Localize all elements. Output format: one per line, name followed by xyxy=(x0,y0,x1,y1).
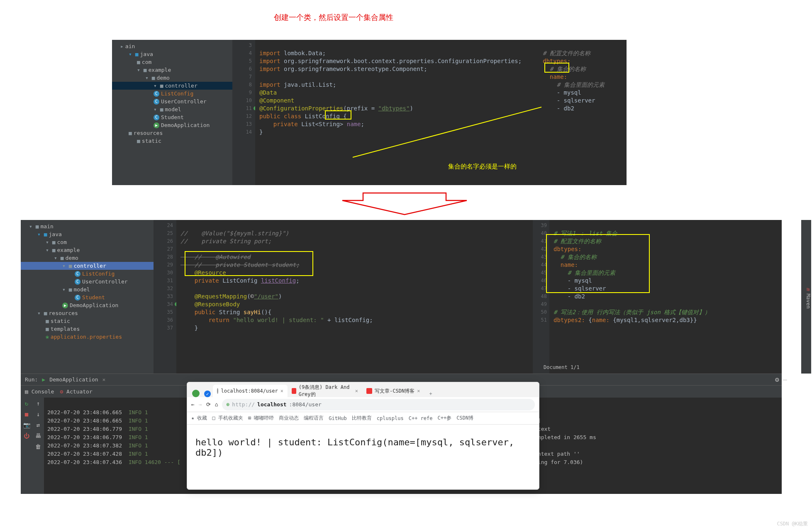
bookmark-item[interactable]: ★ 收藏 xyxy=(191,415,207,422)
reload-icon[interactable]: ⟳ xyxy=(206,401,211,408)
project-tree-2[interactable]: ▾ ■main ▾ ■java ▾ ■com ▾ ■example ▾ ■dem… xyxy=(21,220,154,374)
tree-item[interactable]: ▾ ■controller xyxy=(21,262,154,270)
highlight-box xyxy=(185,251,313,276)
tree-item[interactable]: CListConfig xyxy=(112,90,232,98)
browser-tab[interactable]: (9条消息) Dark And Grey的× xyxy=(288,385,362,397)
forward-icon[interactable]: → xyxy=(199,401,202,408)
yaml-panel-1: # 配置文件的名称 dbtypes: # 集合的名称 name: # 集合里面的… xyxy=(539,40,627,185)
tree-item[interactable]: ▾ ■example xyxy=(21,246,154,254)
up-icon[interactable]: ↑ xyxy=(35,400,41,407)
address-bar[interactable]: ⊕ http://localhost:8084/user xyxy=(222,399,535,410)
bookmark-item[interactable]: cplusplus xyxy=(377,415,404,421)
favicon-icon xyxy=(366,388,372,394)
browser-tab[interactable]: localhost:8084/user× xyxy=(213,385,288,397)
run-gutter-left2[interactable]: ↑ ↓ ⇄ 🖶 🗑 xyxy=(32,398,44,494)
browser-logo-icon xyxy=(192,390,200,397)
folder-icon: ▾ ■ xyxy=(154,83,163,89)
tree-item[interactable]: CStudent xyxy=(112,113,232,121)
tree-item[interactable]: CListConfig xyxy=(21,270,154,278)
exit-icon[interactable]: ⏻ xyxy=(23,432,30,439)
bookmark-item[interactable]: C++ refe xyxy=(409,415,433,421)
browser-tab[interactable]: 写文章-CSDN博客× xyxy=(362,385,424,397)
new-tab-button[interactable]: ＋ xyxy=(424,390,437,397)
sync-icon[interactable]: ✓ xyxy=(204,391,211,397)
camera-icon[interactable]: 📷 xyxy=(23,422,30,428)
tree-item[interactable]: ■templates xyxy=(21,325,154,333)
highlight-box xyxy=(546,234,650,293)
tree-item[interactable]: ▾ ■com xyxy=(21,238,154,246)
bookmark-item[interactable]: 编程语言 xyxy=(304,415,324,422)
folder-icon: ▾ ■ xyxy=(54,255,63,261)
folder-icon: ▾ ■ xyxy=(154,106,163,112)
folder-icon: ▾ ■ xyxy=(46,239,55,245)
tree-item[interactable]: CUserController xyxy=(21,278,154,286)
folder-icon: ▾ ■ xyxy=(46,247,55,253)
print-icon[interactable]: 🖶 xyxy=(35,432,41,439)
class-icon: C xyxy=(75,279,80,285)
code-panel-2: ▾ ■main ▾ ■java ▾ ■com ▾ ■example ▾ ■dem… xyxy=(21,220,782,374)
bookmark-item[interactable]: CSDN博 xyxy=(456,415,473,422)
folder-icon: ■ xyxy=(137,59,140,65)
globe-icon: ⊕ xyxy=(226,401,229,408)
close-icon[interactable]: × xyxy=(417,388,420,394)
highlight-box xyxy=(325,110,351,120)
browser-window: ✓ localhost:8084/user× (9条消息) Dark And G… xyxy=(187,382,539,490)
tree-item[interactable]: ▶DemoApplication xyxy=(112,121,232,129)
folder-icon: ▾ ■ xyxy=(145,75,155,81)
bookmark-item[interactable]: 商业动态 xyxy=(279,415,299,422)
settings-gear-icon[interactable]: ⚙ — xyxy=(775,376,787,383)
close-icon[interactable]: × xyxy=(102,376,106,383)
yaml-panel-2[interactable]: # 写法1 ： list 集合 # 配置文件的名称 dbtypes: # 集合的… xyxy=(549,220,782,374)
tree-item[interactable]: ▾ ■demo xyxy=(112,74,232,82)
console-tab[interactable]: ▤ Console xyxy=(25,388,54,395)
class-icon: C xyxy=(75,295,80,300)
tree-item[interactable]: ■static xyxy=(112,137,232,145)
tree-item[interactable]: ▾ ■main xyxy=(21,222,154,230)
tree-item[interactable]: ❀application.properties xyxy=(21,333,154,341)
bookmark-item[interactable]: ⊞ 嘟嘟哔哔 xyxy=(248,415,274,422)
line-gutter: 34567891011121314 xyxy=(232,40,255,185)
run-gutter-left[interactable]: ↻ ■ 📷 ⏻ xyxy=(21,398,32,494)
tree-item[interactable]: ▾ ■model xyxy=(112,105,232,113)
folder-icon: ▾ ■ xyxy=(62,286,72,293)
tree-item[interactable]: ▸ain xyxy=(112,42,232,50)
tree-item[interactable]: ▾ ■java xyxy=(21,230,154,238)
favicon-icon xyxy=(292,388,296,394)
tree-item[interactable]: CStudent xyxy=(21,293,154,301)
trash-icon[interactable]: 🗑 xyxy=(35,443,41,450)
bookmark-item[interactable]: □ 手机收藏夹 xyxy=(212,415,243,422)
home-icon[interactable]: ⌂ xyxy=(215,401,218,408)
project-tree-1[interactable]: ▸ain ▾ ■java ■com ▾ ■example ▾ ■demo ▾ ■… xyxy=(112,40,232,185)
tree-item[interactable]: ■com xyxy=(112,58,232,66)
down-icon[interactable]: ↓ xyxy=(35,411,41,418)
browser-tab-strip[interactable]: ✓ localhost:8084/user× (9条消息) Dark And G… xyxy=(187,382,539,397)
maven-rail[interactable]: m Maven xyxy=(801,220,811,374)
bookmark-item[interactable]: GitHub xyxy=(329,415,346,421)
bookmark-item[interactable]: C++参 xyxy=(438,415,452,422)
close-icon[interactable]: × xyxy=(280,388,283,394)
tree-item[interactable]: ▾ ■controller xyxy=(112,82,232,90)
actuator-tab[interactable]: ⚙ Actuator xyxy=(60,388,92,395)
bookmark-item[interactable]: 比特教育 xyxy=(352,415,372,422)
tree-item[interactable]: ■static xyxy=(21,317,154,325)
tree-item[interactable]: CUserController xyxy=(112,98,232,105)
tree-item[interactable]: ■resources xyxy=(112,129,232,137)
tree-item[interactable]: ▾ ■resources xyxy=(21,309,154,317)
tree-item[interactable]: ▾ ■example xyxy=(112,66,232,74)
stop-icon[interactable]: ■ xyxy=(23,411,30,418)
arrow-down-icon xyxy=(338,189,471,218)
bookmark-bar[interactable]: ★ 收藏 □ 手机收藏夹 ⊞ 嘟嘟哔哔 商业动态 编程语言 GitHub 比特教… xyxy=(187,412,539,425)
tree-item[interactable]: ▶DemoApplication xyxy=(21,301,154,309)
back-icon[interactable]: ← xyxy=(191,401,195,408)
rerun-icon[interactable]: ↻ xyxy=(23,400,30,407)
tree-item[interactable]: ▾ ■model xyxy=(21,286,154,293)
wrap-icon[interactable]: ⇄ xyxy=(35,422,41,428)
code-panel-1: ▸ain ▾ ■java ■com ▾ ■example ▾ ■demo ▾ ■… xyxy=(112,40,627,185)
class-icon: C xyxy=(154,99,159,105)
tree-item[interactable]: ▾ ■java xyxy=(112,50,232,58)
close-icon[interactable]: × xyxy=(355,388,358,394)
folder-icon: ▾ ■ xyxy=(29,223,39,230)
tree-item[interactable]: ▾ ■demo xyxy=(21,254,154,262)
code-editor-2[interactable]: // @Value("${myyml.string}") // private … xyxy=(176,220,533,374)
run-config-name[interactable]: DemoApplication xyxy=(49,376,98,383)
